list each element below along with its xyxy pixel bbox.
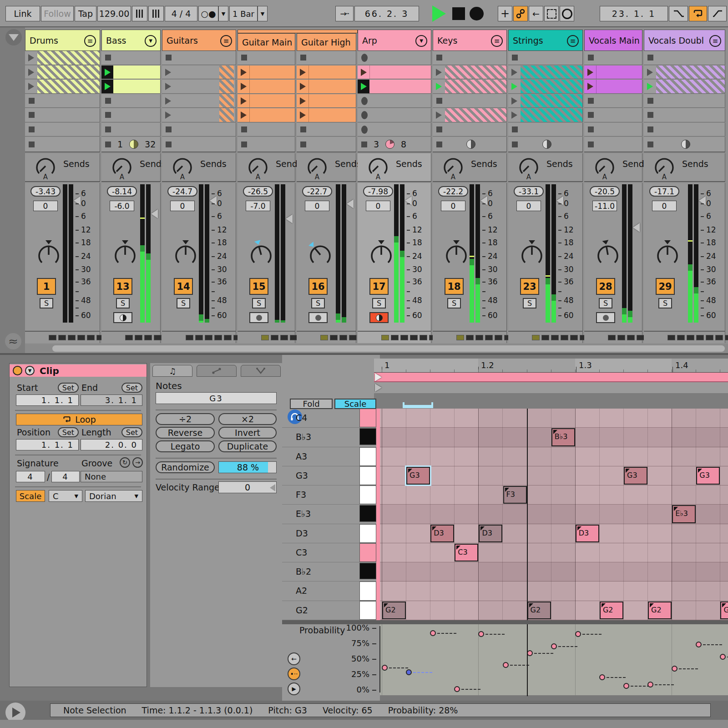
clip-slot-drums-6[interactable]: [25, 123, 100, 137]
probability-point-d3-4[interactable]: [478, 631, 484, 637]
pan-field-strings[interactable]: 0: [516, 201, 541, 211]
midi-note-e-3-12[interactable]: E♭3: [672, 505, 696, 523]
volume-field-guitar-high[interactable]: -22.7: [302, 186, 332, 197]
clip-slot-arp-4[interactable]: [358, 94, 431, 108]
track-menu-icon[interactable]: ≡: [491, 35, 503, 47]
capture-midi-button[interactable]: [544, 6, 559, 21]
clip-slot-drums-3[interactable]: [25, 80, 100, 94]
groove-hotswap-button[interactable]: ↻: [120, 457, 130, 468]
session-hscrollbar[interactable]: [52, 345, 725, 352]
tap-tempo-button[interactable]: Tap: [75, 6, 96, 21]
send-a-knob[interactable]: A: [305, 155, 329, 180]
clip-slot-vocals-doubl-4[interactable]: [644, 94, 725, 108]
clip-slot-vocals-main-1[interactable]: [584, 51, 642, 65]
clip-slot-guitar-high-1[interactable]: [297, 51, 356, 65]
piano-key-e-3[interactable]: [359, 505, 376, 521]
clip-slot-bass-1[interactable]: [101, 51, 161, 65]
clip-slot-guitar-main-3[interactable]: [238, 80, 295, 94]
pan-knob-drums[interactable]: [34, 237, 64, 268]
probability-point-g3-10[interactable]: [623, 683, 629, 689]
clip-groove-field[interactable]: None: [81, 471, 142, 482]
clip-slot-vocals-doubl-5[interactable]: [644, 108, 725, 122]
tempo-field[interactable]: 129.00: [97, 6, 131, 21]
clip-slot-guitars-5[interactable]: [162, 108, 236, 122]
clip-position-field[interactable]: 1. 1. 1: [16, 439, 79, 450]
track-menu-icon[interactable]: ≡: [567, 35, 579, 47]
loop-start-field[interactable]: 23. 1. 1: [600, 6, 668, 21]
clip-slot-guitars-6[interactable]: [162, 123, 236, 137]
track-header-bass[interactable]: Bass▼: [101, 30, 161, 51]
track-stop-all-button[interactable]: [647, 142, 653, 147]
track-menu-icon[interactable]: ≡: [220, 35, 232, 47]
groove-commit-button[interactable]: →: [132, 457, 143, 468]
nudge-down-button[interactable]: [132, 6, 147, 21]
track-stop-all-button[interactable]: [105, 142, 111, 147]
probability-point-b-3-7[interactable]: [551, 643, 557, 649]
session-record-button[interactable]: [560, 6, 574, 21]
pan-field-arp[interactable]: 0: [366, 201, 390, 211]
follow-song-button[interactable]: →··: [335, 6, 354, 21]
device-overview-guitars[interactable]: [162, 331, 236, 343]
midi-note-d3-4[interactable]: D3: [479, 525, 502, 542]
track-stop-all-button[interactable]: [588, 142, 594, 147]
arm-button-guitar-main[interactable]: [249, 312, 268, 323]
track-stop-all-button[interactable]: [436, 142, 442, 147]
volume-fader-guitar-main[interactable]: [286, 214, 293, 223]
volume-fader-bass[interactable]: [151, 209, 158, 218]
volume-fader-arp[interactable]: [405, 196, 412, 205]
fold-button[interactable]: Fold: [290, 399, 333, 409]
session-overdub-button[interactable]: [513, 6, 528, 21]
volume-fader-keys[interactable]: [480, 196, 487, 205]
clip-slot-drums-1[interactable]: [25, 51, 100, 65]
probability-lane[interactable]: [380, 624, 728, 695]
piano-key-f3[interactable]: [359, 485, 376, 504]
clip-slot-guitars-3[interactable]: [162, 80, 236, 94]
clip-slot-guitar-high-6[interactable]: [297, 123, 356, 137]
clip-slot-vocals-doubl-3[interactable]: [644, 80, 725, 94]
track-header-vocals-main[interactable]: Vocals Main: [584, 30, 642, 51]
track-activator-guitar-main[interactable]: 15: [249, 278, 268, 295]
volume-field-strings[interactable]: -33.1: [514, 186, 544, 197]
solo-button-guitars[interactable]: S: [177, 298, 190, 308]
quantize-menu[interactable]: 1 Bar: [229, 6, 258, 21]
probability-point-f3-5[interactable]: [503, 662, 509, 668]
clip-end-set-button[interactable]: Set: [121, 383, 142, 393]
pan-field-vocals-main[interactable]: -11.0: [592, 201, 617, 211]
lane-expand-button[interactable]: ▶: [288, 682, 300, 695]
device-overview-guitar-main[interactable]: [238, 331, 295, 343]
punch-out-button[interactable]: [708, 6, 727, 21]
velocity-range-field[interactable]: 0: [218, 481, 277, 493]
pan-knob-vocals-main[interactable]: [593, 237, 623, 268]
midi-note-b-3-7[interactable]: B♭3: [551, 428, 575, 446]
pan-field-bass[interactable]: -6.0: [110, 201, 134, 211]
clip-slot-drums-2[interactable]: [25, 66, 100, 80]
probability-point-g3-13[interactable]: [696, 642, 702, 647]
pan-field-guitar-high[interactable]: 0: [305, 201, 329, 211]
volume-fader-guitar-high[interactable]: [347, 199, 354, 208]
volume-field-arp[interactable]: -7.98: [363, 186, 393, 197]
clip-slot-guitar-main-5[interactable]: [238, 108, 295, 122]
clip-slot-guitar-high-2[interactable]: [297, 66, 356, 80]
link-button[interactable]: Link: [5, 6, 40, 21]
note-grid[interactable]: G2G3D3C3D3F3G2B♭3D3G2G3G2E♭3G3G2: [380, 409, 728, 620]
track-stop-all-button[interactable]: [29, 142, 35, 147]
track-header-keys[interactable]: Keys≡: [433, 30, 507, 51]
track-stop-all-button[interactable]: [241, 142, 247, 147]
send-a-knob[interactable]: A: [246, 155, 270, 180]
solo-button-strings[interactable]: S: [523, 298, 536, 308]
clip-slot-strings-6[interactable]: [508, 123, 583, 137]
tab-notes[interactable]: ♫: [152, 365, 192, 377]
solo-button-guitar-main[interactable]: S: [252, 298, 266, 308]
clip-slot-guitar-high-3[interactable]: [297, 80, 356, 94]
back-to-arrangement-button[interactable]: ←: [529, 6, 543, 21]
randomize-button[interactable]: Randomize: [156, 461, 215, 473]
clip-slot-bass-5[interactable]: [101, 108, 161, 122]
clip-loop-bar[interactable]: [374, 372, 728, 382]
clip-slot-strings-4[interactable]: [508, 94, 583, 108]
clip-start-set-button[interactable]: Set: [58, 383, 79, 393]
pan-knob-keys[interactable]: [441, 237, 471, 268]
clip-scale-button[interactable]: Scale: [16, 490, 45, 502]
time-signature-field[interactable]: 4 / 4: [165, 6, 197, 21]
clip-slot-keys-6[interactable]: [433, 123, 507, 137]
pan-field-guitar-main[interactable]: -7.0: [246, 201, 270, 211]
